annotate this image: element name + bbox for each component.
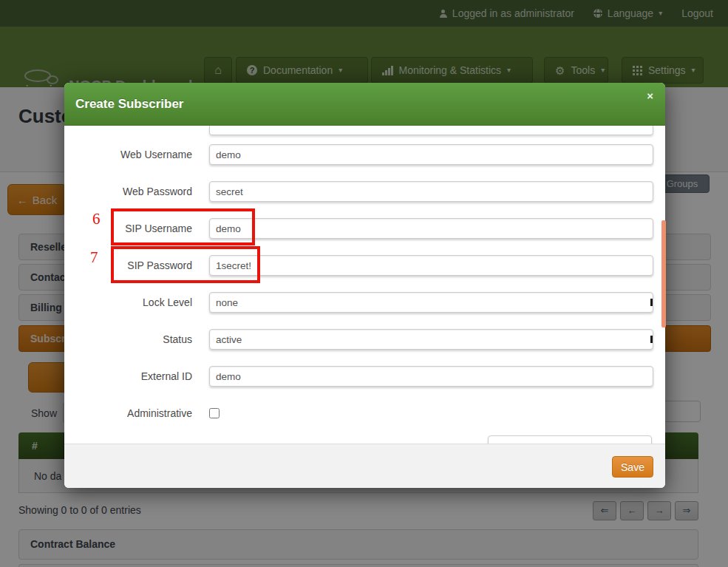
modal-title: Create Subscriber <box>75 83 183 126</box>
web-password-input[interactable] <box>209 181 653 202</box>
field-label: Status <box>64 329 192 350</box>
form-row-status: Status <box>64 329 665 350</box>
partial-scrolled-field <box>209 126 653 135</box>
sip-password-input[interactable] <box>209 255 653 276</box>
modal-header: Create Subscriber × <box>64 83 665 126</box>
field-label: Lock Level <box>64 292 192 313</box>
annotation-box-7 <box>111 246 260 283</box>
modal-scrollbar[interactable] <box>661 220 666 327</box>
form-row-web-username: Web Username <box>64 144 665 165</box>
external-id-input[interactable] <box>209 366 653 387</box>
field-label: Web Username <box>64 144 192 165</box>
modal-footer: Save <box>64 444 665 488</box>
select-caret-icon <box>650 299 653 306</box>
web-username-input[interactable] <box>209 144 653 165</box>
annotation-box-6 <box>111 208 255 245</box>
modal-body: Web Username Web Password SIP Username S… <box>64 126 665 444</box>
annotation-number-7: 7 <box>90 248 98 267</box>
field-label: External ID <box>64 366 192 387</box>
lock-level-select[interactable] <box>209 292 653 313</box>
close-icon[interactable]: × <box>647 90 653 101</box>
sip-username-input[interactable] <box>209 218 653 239</box>
save-button[interactable]: Save <box>612 456 653 478</box>
form-row-administrative: Administrative <box>64 403 665 424</box>
create-subscriber-modal: Create Subscriber × Web Username Web Pas… <box>64 83 665 488</box>
status-select[interactable] <box>209 329 653 350</box>
form-row-lock-level: Lock Level <box>64 292 665 313</box>
select-caret-icon <box>650 336 653 343</box>
field-label: Administrative <box>64 403 192 424</box>
field-label: Web Password <box>64 181 192 202</box>
form-row-external-id: External ID <box>64 366 665 387</box>
annotation-number-6: 6 <box>92 210 101 228</box>
administrative-checkbox[interactable] <box>209 408 220 418</box>
form-row-web-password: Web Password <box>64 181 665 202</box>
